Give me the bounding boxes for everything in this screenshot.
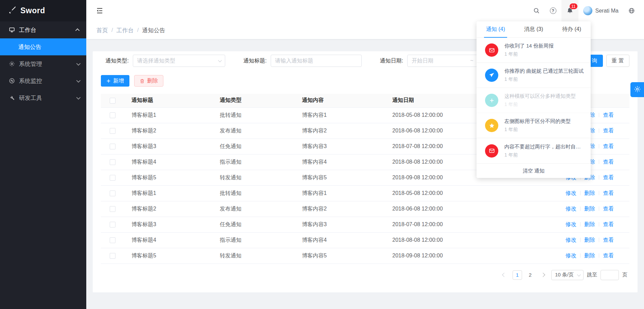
topbar-actions: ? 11 Serati Ma [528,0,640,21]
view-link[interactable]: 查看 [603,237,614,243]
page-size-select[interactable]: 10 条/页 [551,270,584,280]
star-icon [485,119,498,132]
notice-date-label: 通知日期: [375,57,403,65]
breadcrumb-item-home[interactable]: 首页 [96,26,108,34]
prev-page-button[interactable] [500,270,509,280]
row-checkbox[interactable] [110,144,115,149]
page-number-2[interactable]: 2 [525,270,535,280]
delete-button[interactable]: 删除 [134,75,163,87]
notification-item[interactable]: 内容不要超过两行字，超出时自动截断 1 年前 [477,138,591,163]
tab-messages[interactable]: 消息 (3) [515,21,553,37]
notification-item[interactable]: 你收到了 14 份新周报 1 年前 [477,38,591,63]
view-link[interactable]: 查看 [603,128,614,133]
notice-type-select[interactable]: 请选择通知类型 [133,55,225,67]
send-icon [485,69,498,82]
table-row: 博客标题1 批转通知 博客内容1 2018-05-08 12:00:00 修改删… [101,185,629,201]
jump-suffix-label: 页 [622,272,627,278]
edit-link[interactable]: 修改 [566,253,576,258]
sidebar-item-label: 通知公告 [18,43,41,51]
tab-todos[interactable]: 待办 (4) [553,21,591,37]
edit-link[interactable]: 修改 [566,237,576,243]
delete-link[interactable]: 删除 [584,206,595,212]
edit-link[interactable]: 修改 [566,190,576,196]
chevron-down-icon [76,61,81,66]
row-checkbox[interactable] [110,222,115,228]
jump-page-input[interactable] [601,270,619,280]
delete-link[interactable]: 删除 [584,253,595,258]
view-link[interactable]: 查看 [603,143,614,149]
row-checkbox[interactable] [110,253,115,259]
sidebar-item-label: 系统监控 [19,77,42,85]
table-row: 博客标题3 任免通知 博客内容3 2018-07-08 12:00:00 修改删… [101,217,629,232]
mail-icon [485,43,498,57]
language-globe-icon[interactable] [623,0,640,21]
sidebar-item-system-monitor[interactable]: 系统监控 [0,72,86,89]
sidebar-item-system-management[interactable]: 系统管理 [0,55,86,72]
reset-button[interactable]: 重 置 [606,55,629,67]
next-page-button[interactable] [538,270,548,280]
chevron-down-icon [577,272,581,276]
help-icon[interactable]: ? [545,0,561,21]
chevron-down-icon [76,78,81,83]
sidebar-item-notice[interactable]: 通知公告 [0,38,86,55]
notification-item[interactable]: 你推荐的 曲妮妮 已通过第三轮面试 1 年前 [477,63,591,88]
view-link[interactable]: 查看 [603,253,614,258]
view-link[interactable]: 查看 [603,175,614,180]
sidebar-item-label: 系统管理 [19,60,42,68]
delete-link[interactable]: 删除 [584,190,595,196]
theme-settings-button[interactable] [630,82,644,97]
row-checkbox[interactable] [110,206,115,212]
breadcrumb-item-workbench[interactable]: 工作台 [117,26,134,34]
view-link[interactable]: 查看 [603,112,614,118]
view-link[interactable]: 查看 [603,221,614,227]
table-row: 博客标题5 转发通知 博客内容5 2018-09-08 12:00:00 修改删… [101,248,629,263]
sidebar-item-label: 工作台 [19,26,36,34]
user-menu[interactable]: Serati Ma [578,0,623,21]
notice-title-input[interactable] [271,55,362,67]
notification-item[interactable]: 左侧图标用于区分不同的类型 1 年前 [477,113,591,138]
edit-link[interactable]: 修改 [566,206,576,212]
page-number-1[interactable]: 1 [513,270,522,280]
wrench-icon [9,95,15,101]
edit-link[interactable]: 修改 [566,221,576,227]
notification-list: 你收到了 14 份新周报 1 年前 你推荐的 曲妮妮 已通过第三轮面试 1 年前… [477,38,591,163]
delete-link[interactable]: 删除 [584,221,595,227]
notification-bell-button[interactable]: 11 [561,0,578,21]
select-all-checkbox[interactable] [110,98,115,104]
row-checkbox[interactable] [110,128,115,134]
row-checkbox[interactable] [110,190,115,196]
notification-tabs: 通知 (4) 消息 (3) 待办 (4) [477,21,591,38]
menu-fold-button[interactable] [96,0,104,21]
sidebar-item-dev-tools[interactable]: 研发工具 [0,89,86,106]
row-checkbox[interactable] [110,237,115,243]
plus-icon [106,79,111,83]
view-link[interactable]: 查看 [603,190,614,196]
app-logo: Sword [0,0,86,21]
row-checkbox[interactable] [110,159,115,165]
view-link[interactable]: 查看 [603,206,614,212]
monitor-icon [9,78,15,84]
mail-icon [485,144,498,158]
sidebar-item-workbench[interactable]: 工作台 [0,21,86,38]
sword-logo-icon [7,6,16,16]
sidebar-item-label: 研发工具 [19,94,42,102]
jump-prefix-label: 跳至 [587,272,597,278]
topbar: ? 11 Serati Ma [86,0,644,21]
notice-title-label: 通知标题: [239,57,267,65]
gear-icon [634,86,641,94]
clear-notifications-button[interactable]: 清空 通知 [477,163,591,178]
notification-badge: 11 [569,3,577,10]
row-checkbox[interactable] [110,112,115,118]
row-checkbox[interactable] [110,175,115,181]
search-icon[interactable] [528,0,545,21]
start-date-input[interactable] [412,58,467,64]
delete-link[interactable]: 删除 [584,237,595,243]
chevron-down-icon [218,58,222,62]
sidebar: Sword 工作台 通知公告 系统管理 系统监控 [0,0,86,309]
view-link[interactable]: 查看 [603,159,614,165]
plus-icon [485,94,498,107]
tab-notifications[interactable]: 通知 (4) [477,21,515,37]
add-button[interactable]: 新增 [101,75,129,87]
notification-item[interactable]: 这种模板可以区分多种通知类型 1 年前 [477,88,591,113]
notice-type-label: 通知类型: [101,57,129,65]
